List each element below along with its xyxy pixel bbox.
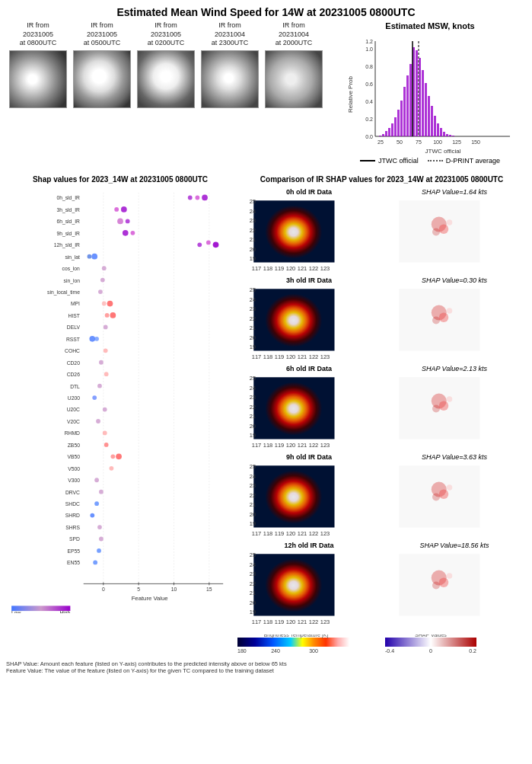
svg-rect-24 — [400, 101, 403, 136]
svg-rect-41 — [452, 136, 454, 136]
svg-text:121: 121 — [298, 353, 307, 360]
svg-text:117: 117 — [252, 619, 262, 625]
svg-point-220 — [432, 494, 440, 501]
svg-point-115 — [110, 454, 115, 459]
svg-text:sin_lon: sin_lon — [64, 278, 81, 284]
svg-text:123: 123 — [320, 530, 330, 537]
brightness-scale-svg: 180 240 300 Brightness Temperature [K] — [237, 635, 355, 656]
svg-point-59 — [202, 195, 208, 201]
ir-map-title-0: 0h old IR Data — [237, 188, 381, 196]
svg-text:121: 121 — [298, 530, 307, 537]
ir-image-block-4: IR from 20231004 at 2000UTC — [263, 21, 324, 108]
svg-point-127 — [97, 525, 102, 529]
color-scales: 180 240 300 Brightness Temperature [K] — [237, 633, 526, 659]
svg-point-76 — [91, 254, 97, 260]
ir-map-2: 6h old IR Data11711811912012112212319202… — [237, 365, 381, 450]
svg-text:RSST: RSST — [66, 337, 80, 342]
svg-text:VB50: VB50 — [67, 454, 80, 459]
svg-text:180: 180 — [237, 648, 247, 654]
svg-rect-18 — [382, 134, 384, 136]
svg-rect-19 — [385, 131, 387, 136]
svg-point-60 — [195, 196, 199, 200]
main-title: Estimated Mean Wind Speed for 14W at 202… — [0, 0, 532, 21]
svg-text:300: 300 — [309, 648, 318, 654]
svg-text:118: 118 — [263, 530, 273, 537]
svg-text:120: 120 — [286, 265, 296, 272]
svg-point-110 — [103, 431, 107, 436]
svg-text:122: 122 — [309, 442, 319, 449]
svg-text:U20C: U20C — [67, 407, 80, 412]
svg-point-133 — [93, 560, 97, 564]
svg-text:119: 119 — [275, 442, 285, 449]
ir-images-row: IR from 20231005 at 0800UTCIR from 20231… — [8, 21, 324, 108]
shap-value-label-0: SHAP Value=1.64 kts — [383, 188, 526, 196]
shap-value-label-4: SHAP Value=18.56 kts — [383, 542, 526, 549]
svg-text:23: 23 — [250, 305, 256, 312]
svg-text:21: 21 — [250, 413, 256, 420]
svg-text:125: 125 — [452, 139, 461, 145]
svg-text:22: 22 — [250, 315, 256, 322]
histogram-svg: Relative Prob 0.0 0.2 0.4 0.6 0.8 1.0 1.… — [346, 34, 514, 155]
svg-rect-17 — [379, 136, 381, 136]
svg-point-199 — [432, 405, 440, 413]
shap-map-svg-4 — [383, 549, 501, 625]
footnote-1: SHAP Value: Amount each feature (listed … — [6, 660, 526, 667]
svg-point-96 — [104, 348, 108, 353]
ir-map-3: 9h old IR Data11711811912012112212319202… — [237, 453, 381, 539]
bottom-section: Shap values for 2023_14W at 20231005 080… — [0, 171, 532, 659]
svg-point-93 — [89, 336, 95, 342]
svg-text:24: 24 — [250, 473, 256, 480]
svg-point-223 — [265, 559, 322, 612]
svg-point-129 — [99, 537, 104, 542]
svg-text:123: 123 — [320, 265, 330, 272]
svg-text:21: 21 — [250, 324, 256, 331]
svg-text:5: 5 — [137, 587, 140, 592]
svg-rect-248 — [385, 638, 476, 647]
svg-text:25: 25 — [250, 198, 256, 205]
svg-text:122: 122 — [309, 530, 319, 537]
svg-text:123: 123 — [320, 619, 330, 625]
svg-text:23: 23 — [250, 394, 256, 401]
svg-text:25: 25 — [250, 375, 256, 382]
svg-text:117: 117 — [252, 442, 262, 449]
shap-value-label-1: SHAP Value=0.30 kts — [383, 277, 526, 284]
svg-point-72 — [213, 241, 219, 248]
shap-map-0: SHAP Value=1.64 kts — [383, 188, 526, 273]
svg-text:0.8: 0.8 — [365, 64, 373, 69]
ir-label-0: IR from 20231005 at 0800UTC — [20, 21, 57, 48]
svg-point-139 — [265, 206, 322, 259]
ir-map-1: 3h old IR Data11711811912012112212319202… — [237, 277, 381, 362]
svg-text:21: 21 — [250, 236, 256, 243]
ir-shap-pair-3: 9h old IR Data11711811912012112212319202… — [237, 453, 526, 539]
svg-rect-32 — [425, 83, 427, 136]
svg-text:1.0: 1.0 — [365, 46, 373, 52]
svg-text:22: 22 — [250, 580, 256, 587]
ir-map-title-3: 9h old IR Data — [237, 453, 381, 461]
svg-text:119: 119 — [275, 265, 285, 272]
shap-beeswarm-svg: 0 5 10 15 Feature Value 0h_sld_IR — [6, 187, 234, 613]
svg-text:121: 121 — [298, 619, 307, 625]
svg-text:20: 20 — [250, 511, 256, 518]
svg-point-240 — [439, 578, 449, 588]
shap-left: Shap values for 2023_14W at 20231005 080… — [6, 175, 234, 659]
svg-point-178 — [432, 317, 440, 324]
svg-text:122: 122 — [309, 353, 319, 360]
svg-point-86 — [102, 302, 107, 306]
svg-text:23: 23 — [250, 482, 256, 489]
svg-text:117: 117 — [252, 353, 262, 360]
ir-image-block-2: IR from 20231005 at 0200UTC — [135, 21, 196, 108]
shap-value-label-2: SHAP Value=2.13 kts — [383, 365, 526, 372]
shap-map-2: SHAP Value=2.13 kts — [383, 365, 526, 450]
svg-text:sin_lat: sin_lat — [65, 254, 80, 261]
svg-point-123 — [94, 501, 99, 506]
svg-text:Low: Low — [11, 610, 21, 613]
svg-point-83 — [98, 289, 103, 294]
dprint-legend: D-PRINT average — [428, 157, 500, 165]
svg-text:24: 24 — [250, 385, 256, 392]
svg-text:3h_sld_IR: 3h_sld_IR — [56, 207, 80, 213]
svg-text:21: 21 — [250, 501, 256, 508]
svg-text:24: 24 — [250, 561, 256, 568]
ir-map-title-4: 12h old IR Data — [237, 542, 381, 549]
shap-map-svg-2 — [383, 372, 501, 449]
ir-image-block-1: IR from 20231005 at 0500UTC — [72, 21, 132, 108]
